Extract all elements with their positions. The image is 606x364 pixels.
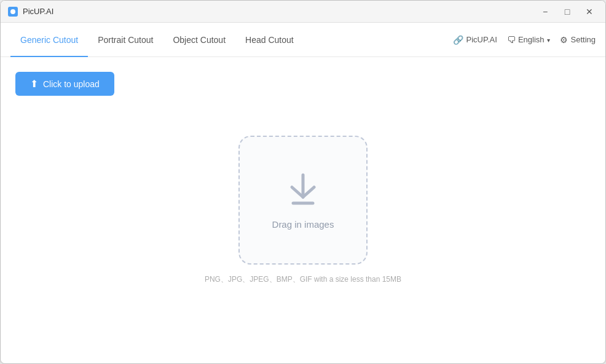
globe-icon: 🗨 (507, 35, 516, 45)
window-controls: − □ ✕ (537, 6, 598, 18)
nav-right: 🔗 PicUP.AI 🗨 English ▾ ⚙ Setting (453, 35, 596, 45)
svg-line-2 (292, 187, 303, 197)
app-title: PicUP.AI (23, 7, 53, 16)
title-bar: PicUP.AI − □ ✕ (1, 1, 605, 23)
drop-zone-container: Drag in images PNG、JPG、JPEG、BMP、GIF with… (15, 96, 591, 349)
format-hint: PNG、JPG、JPEG、BMP、GIF with a size less th… (205, 274, 401, 285)
download-arrow-icon (283, 170, 323, 212)
gear-icon: ⚙ (560, 35, 568, 45)
app-window: PicUP.AI − □ ✕ Generic Cutout Portrait C… (0, 0, 606, 364)
svg-line-3 (303, 187, 314, 197)
upload-button[interactable]: ⬆ Click to upload (15, 72, 114, 96)
minimize-button[interactable]: − (537, 6, 554, 18)
tab-head-cutout[interactable]: Head Cutout (235, 23, 304, 57)
drop-zone-label: Drag in images (272, 219, 334, 230)
svg-point-0 (10, 9, 15, 14)
setting-link[interactable]: ⚙ Setting (560, 35, 596, 45)
maximize-button[interactable]: □ (559, 6, 576, 18)
language-selector[interactable]: 🗨 English ▾ (507, 35, 550, 45)
nav-tabs: Generic Cutout Portrait Cutout Object Cu… (10, 23, 304, 56)
app-icon (8, 7, 18, 17)
tab-object-cutout[interactable]: Object Cutout (163, 23, 235, 57)
brand-link[interactable]: 🔗 PicUP.AI (453, 35, 497, 45)
chevron-down-icon: ▾ (547, 37, 550, 44)
main-content: ⬆ Click to upload Drag i (1, 57, 605, 363)
title-bar-left: PicUP.AI (8, 7, 53, 17)
upload-icon: ⬆ (30, 78, 38, 90)
close-button[interactable]: ✕ (581, 6, 598, 18)
tab-portrait-cutout[interactable]: Portrait Cutout (88, 23, 163, 57)
tab-generic-cutout[interactable]: Generic Cutout (10, 23, 88, 57)
link-icon: 🔗 (453, 35, 463, 45)
nav-bar: Generic Cutout Portrait Cutout Object Cu… (1, 23, 605, 57)
drop-zone[interactable]: Drag in images (238, 136, 368, 265)
